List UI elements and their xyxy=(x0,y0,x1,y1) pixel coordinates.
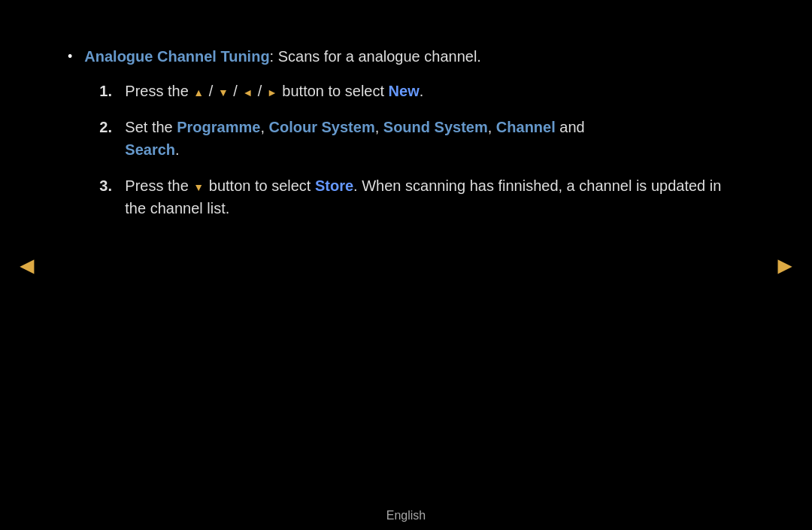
step-3-text: Press the ▼ button to select Store. When… xyxy=(125,174,744,220)
arrow-up-icon: ▲ xyxy=(193,85,204,101)
step-2-search: Search xyxy=(125,141,175,158)
step-1-number: 1. xyxy=(99,80,117,102)
arrow-down-icon: ▼ xyxy=(218,85,229,101)
step-2-sound-system: Sound System xyxy=(383,119,488,135)
step-1-text: Press the ▲ / ▼ / ◄ / ► button to select… xyxy=(125,80,744,102)
bullet-content: Analogue Channel Tuning: Scans for a ana… xyxy=(84,45,744,233)
step-3-arrow-down-icon: ▼ xyxy=(193,180,204,195)
nav-arrow-left[interactable]: ◄ xyxy=(15,251,39,279)
step-3: 3. Press the ▼ button to select Store. W… xyxy=(99,174,744,220)
arrow-right-icon: ► xyxy=(267,85,277,101)
bullet-description: : Scans for a analogue channel. xyxy=(270,48,481,65)
step-2: 2. Set the Programme, Colour System, Sou… xyxy=(99,116,744,161)
step-2-text: Set the Programme, Colour System, Sound … xyxy=(125,116,744,161)
footer-language: English xyxy=(386,509,426,522)
content-area: • Analogue Channel Tuning: Scans for a a… xyxy=(68,30,744,248)
arrow-left-icon: ◄ xyxy=(242,85,253,101)
step-2-programme: Programme xyxy=(177,119,260,135)
analogue-channel-tuning-title: Analogue Channel Tuning xyxy=(84,48,269,65)
footer: English xyxy=(0,509,812,522)
step-3-number: 3. xyxy=(99,174,117,197)
bullet-item: • Analogue Channel Tuning: Scans for a a… xyxy=(68,45,744,233)
step-2-colour-system: Colour System xyxy=(269,119,375,135)
step-2-channel: Channel xyxy=(496,119,556,135)
bullet-dot: • xyxy=(68,47,72,67)
step-3-store: Store xyxy=(315,177,353,194)
step-1-highlight: New xyxy=(389,83,420,99)
step-2-number: 2. xyxy=(99,116,117,138)
nav-arrow-right[interactable]: ► xyxy=(773,251,797,279)
numbered-list: 1. Press the ▲ / ▼ / ◄ / ► button to sel… xyxy=(99,80,744,220)
step-1: 1. Press the ▲ / ▼ / ◄ / ► button to sel… xyxy=(99,80,744,102)
main-content: • Analogue Channel Tuning: Scans for a a… xyxy=(0,0,812,507)
